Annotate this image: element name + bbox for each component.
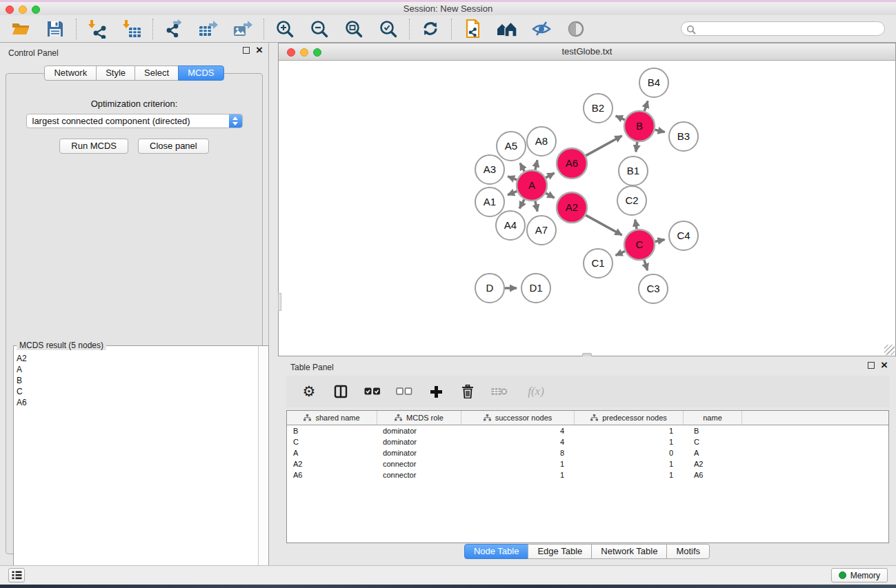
run-mcds-button[interactable]: Run MCDS — [59, 139, 128, 154]
edge-B-B3[interactable] — [655, 130, 664, 132]
table-row[interactable]: A2connector11A2 — [287, 458, 888, 469]
edge-A2-C[interactable] — [586, 215, 621, 235]
edge-C-C3[interactable] — [644, 260, 648, 270]
edge-B-B1[interactable] — [636, 142, 637, 152]
result-item[interactable]: A6 — [17, 397, 257, 408]
table-row[interactable]: Cdominator41C — [287, 436, 888, 447]
tab-motifs[interactable]: Motifs — [666, 544, 710, 559]
node-A[interactable]: A — [517, 170, 547, 201]
edge-A-A2[interactable] — [546, 193, 554, 198]
node-A3[interactable]: A3 — [475, 155, 504, 184]
result-item[interactable]: B — [17, 375, 257, 386]
node-B2[interactable]: B2 — [584, 94, 613, 123]
float-panel-icon[interactable] — [868, 362, 875, 369]
node-B4[interactable]: B4 — [639, 68, 668, 97]
zoom-selected-button[interactable] — [377, 18, 399, 40]
tab-network[interactable]: Network — [44, 65, 97, 81]
add-column-button[interactable] — [427, 381, 445, 402]
open-session-button[interactable] — [10, 18, 32, 40]
node-A8[interactable]: A8 — [527, 127, 556, 156]
tab-style[interactable]: Style — [96, 65, 135, 81]
hide-graphics-details-button[interactable] — [530, 18, 552, 40]
zoom-in-button[interactable] — [274, 18, 296, 40]
edge-A-A3[interactable] — [508, 176, 517, 180]
export-network-button[interactable] — [163, 18, 185, 40]
close-panel-button[interactable]: Close panel — [138, 139, 209, 154]
search-field[interactable] — [681, 21, 885, 36]
show-panels-button[interactable] — [8, 568, 25, 582]
close-panel-icon[interactable]: × — [881, 362, 888, 369]
pane-divider-handle[interactable] — [278, 293, 281, 311]
save-session-button[interactable] — [44, 18, 66, 40]
tab-edge-table[interactable]: Edge Table — [528, 544, 592, 559]
delete-table-button[interactable] — [490, 381, 508, 402]
node-D[interactable]: D — [475, 274, 504, 303]
node-D1[interactable]: D1 — [521, 274, 550, 303]
node-A2[interactable]: A2 — [557, 192, 587, 223]
edge-A-A1[interactable] — [508, 191, 517, 194]
export-table-button[interactable] — [197, 18, 219, 40]
node-table[interactable]: shared nameMCDS rolesuccessor nodesprede… — [286, 410, 889, 543]
close-panel-icon[interactable]: × — [256, 47, 263, 54]
select-all-button[interactable] — [364, 381, 381, 402]
edge-A-A5[interactable] — [520, 163, 524, 172]
node-A6[interactable]: A6 — [557, 148, 587, 179]
memory-button[interactable]: Memory — [831, 568, 888, 582]
delete-column-button[interactable] — [459, 381, 477, 402]
column-header-name[interactable]: name — [684, 411, 742, 425]
optimization-criterion-dropdown[interactable]: largest connected component (directed) — [26, 114, 243, 128]
table-row[interactable]: A6connector11A6 — [287, 469, 888, 480]
resize-grip-icon[interactable] — [884, 345, 895, 355]
edge-A-A6[interactable] — [546, 173, 554, 178]
node-C2[interactable]: C2 — [617, 186, 646, 215]
table-row[interactable]: Adominator80A — [287, 447, 888, 458]
node-B3[interactable]: B3 — [669, 122, 698, 151]
node-C4[interactable]: C4 — [669, 221, 698, 250]
refresh-view-button[interactable] — [419, 18, 441, 40]
tab-network-table[interactable]: Network Table — [591, 544, 667, 559]
tab-mcds[interactable]: MCDS — [178, 65, 223, 81]
tab-select[interactable]: Select — [135, 65, 179, 81]
node-A4[interactable]: A4 — [496, 211, 525, 240]
edge-C-C1[interactable] — [616, 251, 625, 255]
node-C[interactable]: C — [624, 230, 655, 260]
node-B1[interactable]: B1 — [619, 156, 648, 185]
result-scrollbar[interactable] — [258, 346, 268, 579]
new-network-from-selection-button[interactable] — [461, 18, 484, 40]
export-image-button[interactable] — [232, 18, 254, 40]
float-panel-icon[interactable] — [243, 47, 250, 54]
node-C3[interactable]: C3 — [639, 274, 668, 303]
show-graphics-details-button[interactable] — [565, 18, 587, 40]
node-A5[interactable]: A5 — [497, 132, 526, 161]
result-item[interactable]: A — [17, 364, 257, 375]
column-header-shared-name[interactable]: shared name — [287, 411, 377, 425]
edge-C-C2[interactable] — [635, 220, 637, 230]
edge-A-A7[interactable] — [535, 201, 537, 211]
deselect-all-button[interactable] — [395, 381, 413, 402]
edge-A6-B[interactable] — [586, 136, 621, 156]
function-builder-button[interactable]: f(x) — [522, 381, 550, 402]
table-settings-button[interactable]: ⚙ — [300, 381, 318, 402]
column-header-predecessor-nodes[interactable]: predecessor nodes — [575, 411, 684, 425]
column-layout-button[interactable] — [332, 381, 350, 402]
mcds-result-list[interactable]: A2ABCA6 — [14, 352, 257, 578]
cyndex-browser-button[interactable] — [496, 18, 518, 40]
import-table-button[interactable] — [121, 18, 143, 40]
tab-node-table[interactable]: Node Table — [464, 544, 529, 559]
network-canvas[interactable]: AA1A2A3A4A5A6A7A8BB1B2B3B4CC1C2C3C4DD1 — [279, 61, 895, 356]
edge-A-A4[interactable] — [519, 199, 524, 208]
import-network-button[interactable] — [86, 18, 108, 40]
edge-A-A8[interactable] — [535, 160, 537, 170]
node-A1[interactable]: A1 — [475, 187, 504, 216]
network-window-titlebar[interactable]: testGlobe.txt — [279, 43, 895, 61]
search-input[interactable] — [698, 24, 870, 34]
column-header-successor-nodes[interactable]: successor nodes — [461, 411, 575, 425]
zoom-fit-button[interactable] — [343, 18, 365, 40]
edge-C-C4[interactable] — [655, 240, 665, 242]
node-C1[interactable]: C1 — [584, 249, 613, 278]
node-A7[interactable]: A7 — [527, 216, 556, 245]
result-item[interactable]: C — [17, 386, 257, 397]
table-row[interactable]: Bdominator41B — [287, 425, 888, 436]
edge-B-B4[interactable] — [644, 101, 648, 112]
column-header-MCDS-role[interactable]: MCDS role — [377, 411, 461, 425]
